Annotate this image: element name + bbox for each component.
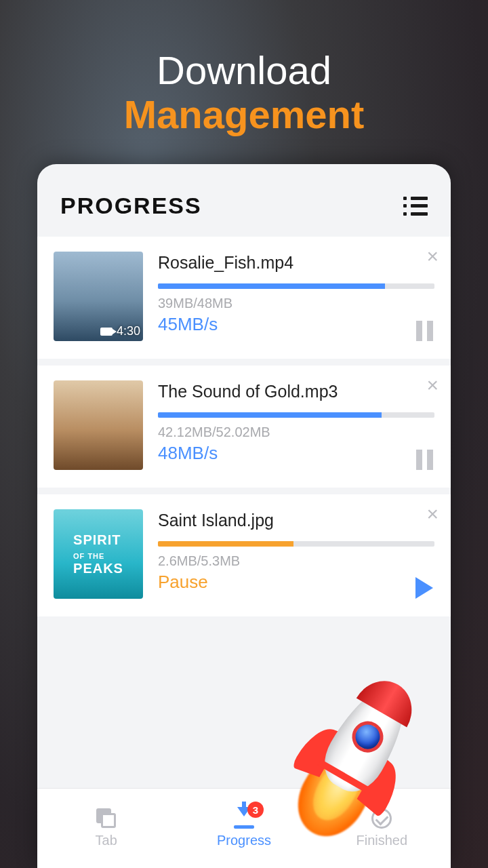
progress-fill	[158, 283, 385, 289]
size-text: 2.6MB/5.3MB	[158, 553, 434, 569]
duration-text: 4:30	[117, 324, 140, 338]
hero-title: Download Management	[124, 47, 365, 137]
phone-frame: PROGRESS 4:30 Rosalie_Fish.mp4 39MB/48MB	[37, 164, 451, 868]
download-info: Rosalie_Fish.mp4 39MB/48MB 45MB/s	[158, 252, 434, 341]
bottom-nav: Tab 3 Progress Finished	[37, 788, 451, 868]
thumbnail[interactable]: 4:30	[54, 252, 143, 341]
pause-icon	[416, 450, 433, 470]
status-text: Pause	[158, 572, 434, 593]
progress-fill	[158, 412, 382, 418]
nav-finished[interactable]: Finished	[313, 789, 451, 868]
download-item: SPIRITOF THEPEAKS Saint Island.jpg 2.6MB…	[37, 494, 451, 616]
check-icon	[371, 808, 392, 829]
resume-button[interactable]	[415, 577, 433, 599]
speed-text: 48MB/s	[158, 443, 434, 464]
download-list: 4:30 Rosalie_Fish.mp4 39MB/48MB 45MB/s ×…	[37, 237, 451, 616]
thumbnail[interactable]: SPIRITOF THEPEAKS	[54, 509, 143, 599]
filename: Rosalie_Fish.mp4	[158, 253, 434, 273]
progress-bar	[158, 283, 434, 289]
camera-icon	[100, 328, 113, 336]
filename: Saint Island.jpg	[158, 511, 434, 530]
progress-bar	[158, 541, 434, 547]
speed-text: 45MB/s	[158, 314, 434, 335]
list-view-icon[interactable]	[403, 197, 428, 216]
download-info: Saint Island.jpg 2.6MB/5.3MB Pause	[158, 509, 434, 599]
close-icon[interactable]: ×	[426, 246, 439, 267]
badge-count: 3	[247, 802, 264, 818]
poster-text: SPIRITOF THEPEAKS	[73, 533, 123, 576]
progress-fill	[158, 541, 293, 547]
thumbnail[interactable]	[54, 380, 143, 470]
hero-line-1: Download	[124, 47, 365, 93]
close-icon[interactable]: ×	[426, 375, 439, 395]
filename: The Sound of Gold.mp3	[158, 382, 434, 401]
progress-bar	[158, 412, 434, 418]
screen-header: PROGRESS	[37, 164, 451, 237]
nav-label: Finished	[357, 833, 408, 848]
pause-button[interactable]	[416, 321, 433, 341]
nav-label: Progress	[217, 833, 271, 848]
nav-label: Tab	[96, 833, 117, 848]
nav-tab[interactable]: Tab	[37, 789, 175, 868]
pause-button[interactable]	[416, 450, 433, 470]
page-title: PROGRESS	[60, 193, 202, 219]
download-item: The Sound of Gold.mp3 42.12MB/52.02MB 48…	[37, 366, 451, 488]
nav-progress[interactable]: 3 Progress	[175, 789, 312, 868]
tabs-icon	[96, 808, 117, 829]
close-icon[interactable]: ×	[426, 504, 439, 524]
download-info: The Sound of Gold.mp3 42.12MB/52.02MB 48…	[158, 380, 434, 470]
size-text: 42.12MB/52.02MB	[158, 425, 434, 440]
hero-line-2: Management	[124, 92, 365, 137]
download-icon: 3	[232, 808, 256, 829]
video-duration-badge: 4:30	[100, 324, 140, 338]
size-text: 39MB/48MB	[158, 296, 434, 311]
pause-icon	[416, 321, 433, 341]
download-item: 4:30 Rosalie_Fish.mp4 39MB/48MB 45MB/s ×	[37, 237, 451, 359]
play-icon	[415, 577, 433, 599]
